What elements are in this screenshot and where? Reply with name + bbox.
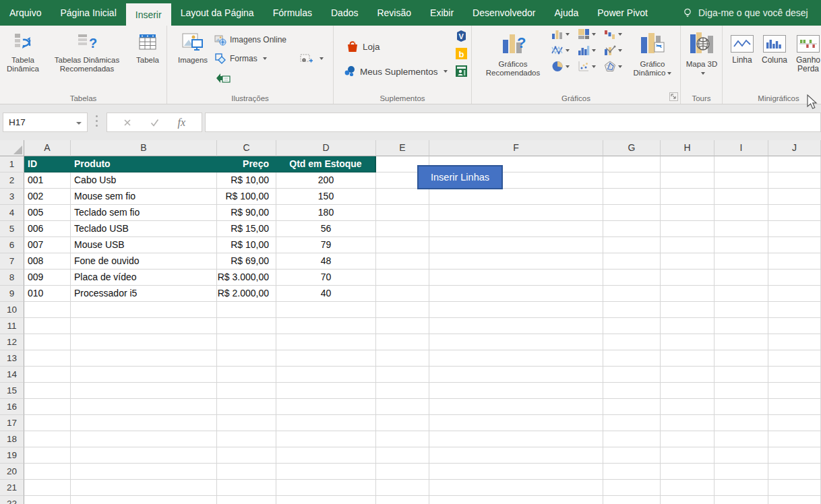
cell-J10[interactable] (768, 302, 821, 318)
tab-arquivo[interactable]: Arquivo (0, 0, 51, 26)
row-header-22[interactable]: 22 (0, 496, 24, 504)
cell-H14[interactable] (661, 367, 714, 383)
cell-D2[interactable]: 200 (276, 172, 376, 189)
sparkline-line-button[interactable]: Linha (728, 34, 756, 65)
cell-B20[interactable] (71, 464, 217, 480)
cell-C13[interactable] (217, 350, 276, 367)
cell-A1[interactable]: ID (24, 156, 71, 172)
cell-F18[interactable] (429, 431, 603, 447)
cell-J8[interactable] (768, 270, 821, 286)
shapes-button[interactable]: Formas (214, 51, 267, 66)
my-addins-button[interactable]: Meus Suplementos (343, 64, 448, 79)
column-header-F[interactable]: F (429, 140, 603, 156)
cell-H19[interactable] (661, 447, 714, 464)
cell-G13[interactable] (603, 350, 661, 367)
cell-G8[interactable] (603, 270, 661, 286)
images-button[interactable]: Imagens (174, 30, 212, 65)
row-header-14[interactable]: 14 (0, 367, 24, 383)
tab-formulas[interactable]: Fórmulas (264, 0, 322, 26)
cell-I20[interactable] (714, 464, 768, 480)
cell-J15[interactable] (768, 383, 821, 399)
row-header-19[interactable]: 19 (0, 447, 24, 464)
cell-J2[interactable] (768, 172, 821, 189)
cell-C19[interactable] (217, 447, 276, 464)
cell-A16[interactable] (24, 399, 71, 415)
cell-F10[interactable] (429, 302, 603, 318)
tab-inserir[interactable]: Inserir (126, 3, 171, 26)
cell-H13[interactable] (661, 350, 714, 367)
cell-G4[interactable] (603, 205, 661, 221)
cell-G12[interactable] (603, 334, 661, 350)
cell-H15[interactable] (661, 383, 714, 399)
cell-B4[interactable]: Teclado sem fio (71, 205, 217, 221)
cell-D1[interactable]: Qtd em Estoque (276, 156, 376, 172)
row-header-2[interactable]: 2 (0, 172, 24, 189)
cell-I21[interactable] (714, 480, 768, 496)
insert-scatter-chart-button[interactable] (578, 61, 600, 72)
cell-G2[interactable] (603, 172, 661, 189)
row-header-10[interactable]: 10 (0, 302, 24, 318)
cell-B5[interactable]: Teclado USB (71, 221, 217, 237)
cell-J11[interactable] (768, 318, 821, 334)
cell-E11[interactable] (376, 318, 429, 334)
cell-H1[interactable] (661, 156, 714, 172)
cell-G18[interactable] (603, 431, 661, 447)
row-header-12[interactable]: 12 (0, 334, 24, 350)
row-header-3[interactable]: 3 (0, 189, 24, 205)
cell-A10[interactable] (24, 302, 71, 318)
enter-icon[interactable] (150, 119, 159, 127)
cell-A15[interactable] (24, 383, 71, 399)
cell-D14[interactable] (276, 367, 376, 383)
cell-I11[interactable] (714, 318, 768, 334)
cell-D10[interactable] (276, 302, 376, 318)
cell-A12[interactable] (24, 334, 71, 350)
insert-radar-chart-button[interactable] (604, 61, 626, 72)
cell-J6[interactable] (768, 237, 821, 253)
cell-H9[interactable] (661, 286, 714, 302)
cancel-icon[interactable] (123, 119, 131, 127)
cell-C6[interactable]: R$ 10,00 (217, 237, 276, 253)
cell-D13[interactable] (276, 350, 376, 367)
column-header-A[interactable]: A (24, 140, 71, 156)
cell-A14[interactable] (24, 367, 71, 383)
cell-A8[interactable]: 009 (24, 270, 71, 286)
cell-C21[interactable] (217, 480, 276, 496)
formula-bar-resizer[interactable] (96, 115, 98, 117)
row-header-20[interactable]: 20 (0, 464, 24, 480)
insert-hierarchy-chart-button[interactable] (578, 28, 600, 40)
cell-F14[interactable] (429, 367, 603, 383)
cell-J12[interactable] (768, 334, 821, 350)
row-header-7[interactable]: 7 (0, 253, 24, 270)
cell-E8[interactable] (376, 270, 429, 286)
cell-D5[interactable]: 56 (276, 221, 376, 237)
cell-H8[interactable] (661, 270, 714, 286)
cell-C20[interactable] (217, 464, 276, 480)
insert-pie-chart-button[interactable] (551, 61, 574, 72)
insert-column-chart-button[interactable] (551, 28, 574, 40)
cell-A7[interactable]: 008 (24, 253, 71, 270)
cell-I12[interactable] (714, 334, 768, 350)
cell-J19[interactable] (768, 447, 821, 464)
cell-H12[interactable] (661, 334, 714, 350)
cell-C3[interactable]: R$ 100,00 (217, 189, 276, 205)
tab-desenvolvedor[interactable]: Desenvolvedor (463, 0, 545, 26)
cell-I22[interactable] (714, 496, 768, 504)
cell-A4[interactable]: 005 (24, 205, 71, 221)
cell-D6[interactable]: 79 (276, 237, 376, 253)
column-header-H[interactable]: H (661, 140, 714, 156)
insert-combo-chart-button[interactable] (604, 44, 626, 56)
cell-B18[interactable] (71, 431, 217, 447)
cell-C14[interactable] (217, 367, 276, 383)
cell-A17[interactable] (24, 415, 71, 431)
row-header-9[interactable]: 9 (0, 286, 24, 302)
cell-E13[interactable] (376, 350, 429, 367)
cell-F13[interactable] (429, 350, 603, 367)
cell-C16[interactable] (217, 399, 276, 415)
cell-G21[interactable] (603, 480, 661, 496)
cell-C4[interactable]: R$ 90,00 (217, 205, 276, 221)
cell-H22[interactable] (661, 496, 714, 504)
cell-E9[interactable] (376, 286, 429, 302)
cell-I3[interactable] (714, 189, 768, 205)
cell-G10[interactable] (603, 302, 661, 318)
recommended-pivot-button[interactable]: ? Tabelas Dinâmicas Recomendadas (44, 30, 129, 73)
